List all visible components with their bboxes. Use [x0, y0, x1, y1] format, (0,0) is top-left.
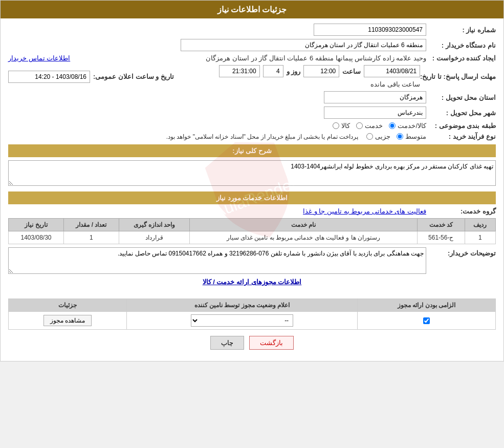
permit-details-cell: مشاهده مجوز: [9, 312, 127, 330]
process-radio-medium[interactable]: متوسط: [397, 133, 426, 140]
table-row: 1 ح-56-561 رستوران ها و فعالیت های خدمات…: [9, 231, 496, 244]
send-deadline-label: مهلت ارسال پاسخ: تا تاریخ:: [423, 73, 496, 80]
province-input[interactable]: [324, 91, 426, 103]
buyer-notes-row: توضیحات خریدار: جهت هماهنگی برای بازدید …: [8, 247, 496, 274]
col-permit-details: جزئیات: [9, 299, 127, 312]
province-row: استان محل تحویل :: [8, 91, 496, 103]
category-label: طبقه بندی موضوعی :: [429, 122, 496, 130]
service-group-label: گروه خدمت:: [429, 207, 496, 215]
main-content: AulaRender شماره نیاز : نام دستگاه خریدا…: [1, 18, 503, 361]
deadline-row: مهلت ارسال پاسخ: تا تاریخ: ساعت روز و سا…: [8, 65, 496, 88]
services-section-header: اطلاعات خدمات مورد نیاز: [8, 191, 496, 204]
buyer-system-input[interactable]: [181, 39, 426, 51]
buyer-system-label: نام دستگاه خریدار :: [429, 41, 496, 49]
announce-date-label: تاریخ و ساعت اعلان عمومی:: [93, 73, 174, 80]
description-section-header: شرح کلی نیاز:: [8, 144, 496, 157]
need-number-label: شماره نیاز :: [429, 26, 496, 34]
bottom-buttons: بازگشت چاپ: [8, 336, 496, 350]
date-time-container: ساعت روز و ساعت باقی مانده: [177, 65, 420, 88]
buyer-notes-label: توضیحات خریدار:: [429, 247, 496, 257]
col-service-code: کد خدمت: [417, 219, 465, 231]
contact-link[interactable]: اطلاعات تماس خریدار: [8, 54, 70, 62]
category-radio-group: کالا/خدمت خدمت کالا: [333, 122, 426, 130]
remaining-label: ساعت باقی مانده: [370, 80, 420, 88]
page-wrapper: جزئیات اطلاعات نیاز AulaRender شماره نیا…: [0, 0, 504, 361]
permit-required-cell: [357, 312, 495, 330]
announce-date-container: تاریخ و ساعت اعلان عمومی:: [8, 71, 174, 83]
page-title: جزئیات اطلاعات نیاز: [217, 5, 287, 14]
print-button[interactable]: چاپ: [210, 336, 244, 350]
process-label: نوع فرآیند خرید :: [429, 133, 496, 140]
services-table-header: ردیف کد خدمت نام خدمت واحد اندازه گیری ت…: [9, 219, 496, 231]
announce-date-input[interactable]: [8, 71, 90, 83]
permits-table-header: الزامی بودن ارائه مجوز اعلام وضعیت مجوز …: [9, 299, 496, 312]
cell-unit: قرارداد: [119, 231, 189, 244]
col-unit: واحد اندازه گیری: [119, 219, 189, 231]
city-input[interactable]: [324, 106, 426, 119]
col-date: تاریخ نیاز: [9, 219, 64, 231]
services-table: ردیف کد خدمت نام خدمت واحد اندازه گیری ت…: [8, 218, 496, 244]
days-label: روز و: [287, 68, 301, 75]
province-label: استان محل تحویل :: [429, 94, 496, 101]
send-days-input[interactable]: [263, 65, 283, 77]
description-container: تهیه غذای کارکنان مستقر در مرکز بهره برد…: [8, 160, 496, 187]
permits-table: الزامی بودن ارائه مجوز اعلام وضعیت مجوز …: [8, 298, 496, 330]
permit-checkbox-container: [362, 317, 491, 324]
process-row: نوع فرآیند خرید : متوسط جزیی پرداخت تمام…: [8, 133, 496, 140]
process-radio-partial[interactable]: جزیی: [366, 133, 390, 140]
cell-service-code: ح-56-561: [417, 231, 465, 244]
process-radio-group: متوسط جزیی: [366, 133, 426, 140]
city-row: شهر محل تحویل :: [8, 106, 496, 119]
description-section-title: شرح کلی نیاز:: [232, 147, 272, 155]
category-radio-goods[interactable]: کالا: [333, 122, 350, 130]
service-group-value[interactable]: فعالیت های خدماتی مربوط به تامین جا و غذ…: [303, 207, 426, 215]
back-button[interactable]: بازگشت: [249, 336, 294, 350]
permit-required-checkbox[interactable]: [423, 317, 430, 324]
show-permit-button[interactable]: مشاهده مجوز: [43, 315, 92, 326]
col-row-num: ردیف: [465, 219, 495, 231]
col-count: تعداد / مقدار: [64, 219, 119, 231]
col-permit-required: الزامی بودن ارائه مجوز: [357, 299, 495, 312]
buyer-system-row: نام دستگاه خریدار :: [8, 39, 496, 51]
permit-status-select[interactable]: --: [191, 314, 293, 327]
description-textarea[interactable]: تهیه غذای کارکنان مستقر در مرکز بهره برد…: [8, 160, 496, 186]
send-date-input[interactable]: [364, 65, 420, 77]
col-service-name: نام خدمت: [190, 219, 418, 231]
created-by-row: ایجاد کننده درخواست : وحید علامه زاده کا…: [8, 54, 496, 62]
services-section-title: اطلاعات خدمات مورد نیاز: [216, 194, 288, 202]
created-by-value: وحید علامه زاده کارشناس پیمانها منطقه 6 …: [73, 54, 426, 62]
need-number-row: شماره نیاز :: [8, 24, 496, 36]
buyer-notes-textarea[interactable]: جهت هماهنگی برای بازدید با آقای بیژن دان…: [8, 247, 426, 274]
process-note: پرداخت تمام یا بخشی از مبلغ خریدار از مح…: [166, 133, 358, 140]
page-header: جزئیات اطلاعات نیاز: [1, 1, 503, 18]
time-label: ساعت: [342, 68, 361, 75]
cell-date: 1403/08/30: [9, 231, 64, 244]
created-by-label: ایجاد کننده درخواست :: [429, 54, 496, 62]
category-radio-service[interactable]: خدمت: [356, 122, 383, 130]
city-label: شهر محل تحویل :: [429, 109, 496, 117]
cell-service-name: رستوران ها و فعالیت های خدماتی مربوط به …: [190, 231, 418, 244]
permits-section-title: اطلاعات مجوزهای ارائه خدمت / کالا: [8, 278, 496, 286]
service-group-row: گروه خدمت: فعالیت های خدماتی مربوط به تا…: [8, 207, 496, 215]
category-row: طبقه بندی موضوعی : کالا/خدمت خدمت کالا: [8, 122, 496, 130]
permit-row: -- مشاهده مجوز: [9, 312, 496, 330]
need-number-input[interactable]: [314, 24, 426, 36]
send-hours-input[interactable]: [219, 65, 260, 77]
cell-row-num: 1: [465, 231, 495, 244]
category-radio-goods-services[interactable]: کالا/خدمت: [389, 122, 426, 130]
send-time-input[interactable]: [303, 65, 339, 77]
permit-status-cell: --: [127, 312, 358, 330]
cell-count: 1: [64, 231, 119, 244]
col-permit-status: اعلام وضعیت مجوز توسط نامین کننده: [127, 299, 358, 312]
